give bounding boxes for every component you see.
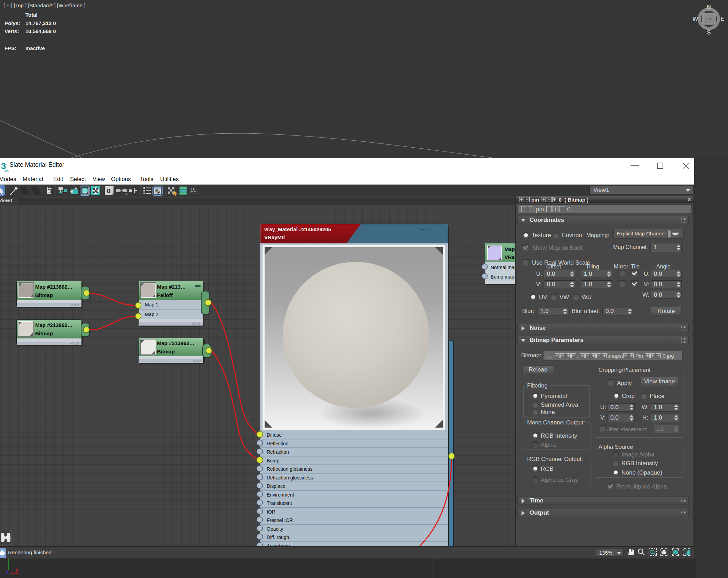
svg-text:MAX: MAX: [5, 170, 9, 172]
svg-text:Z: Z: [6, 570, 9, 575]
svg-text:m: m: [191, 186, 196, 192]
svg-text:W: W: [692, 16, 698, 22]
svg-text:E: E: [720, 16, 724, 22]
svg-text:0: 0: [107, 187, 111, 195]
svg-text:x: x: [16, 567, 18, 573]
svg-text:S: S: [707, 29, 711, 36]
svg-text:N: N: [707, 4, 711, 10]
svg-text:TOP: TOP: [706, 17, 712, 21]
